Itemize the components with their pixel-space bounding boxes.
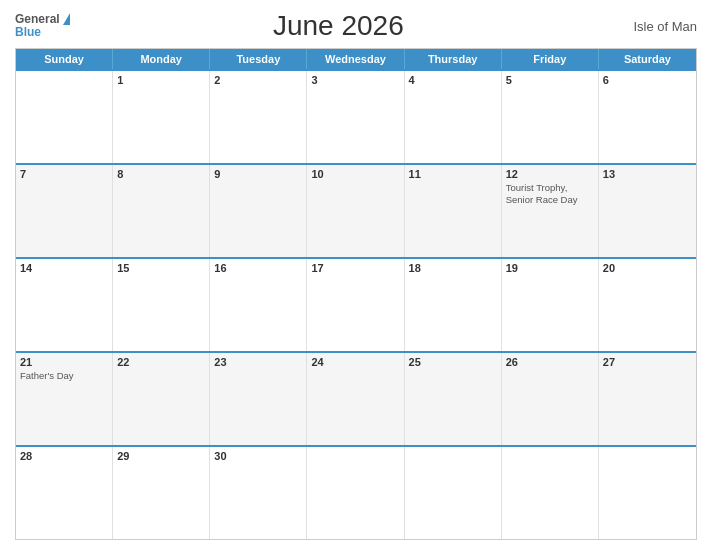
week-row-4: 21Father's Day222324252627 [16,351,696,445]
week-row-5: 282930 [16,445,696,539]
day-number: 3 [311,74,399,86]
month-title: June 2026 [70,10,607,42]
day-cell-w1-d3: 2 [210,71,307,163]
day-cell-w3-d6: 19 [502,259,599,351]
day-cell-w4-d6: 26 [502,353,599,445]
week-row-2: 789101112Tourist Trophy,Senior Race Day1… [16,163,696,257]
header-monday: Monday [113,49,210,69]
day-number: 24 [311,356,399,368]
day-number: 29 [117,450,205,462]
day-cell-w4-d2: 22 [113,353,210,445]
day-number: 30 [214,450,302,462]
day-number: 28 [20,450,108,462]
day-number: 21 [20,356,108,368]
day-event: Tourist Trophy,Senior Race Day [506,182,594,207]
day-number: 22 [117,356,205,368]
day-cell-w4-d1: 21Father's Day [16,353,113,445]
day-number: 16 [214,262,302,274]
day-cell-w5-d5 [405,447,502,539]
logo-blue-text: Blue [15,26,70,39]
day-cell-w1-d2: 1 [113,71,210,163]
day-cell-w5-d7 [599,447,696,539]
day-number: 5 [506,74,594,86]
day-number: 18 [409,262,497,274]
day-number: 10 [311,168,399,180]
day-cell-w2-d2: 8 [113,165,210,257]
week-row-3: 14151617181920 [16,257,696,351]
day-cell-w3-d5: 18 [405,259,502,351]
day-number: 1 [117,74,205,86]
day-cell-w5-d1: 28 [16,447,113,539]
day-cell-w1-d5: 4 [405,71,502,163]
day-cell-w3-d3: 16 [210,259,307,351]
day-cell-w2-d1: 7 [16,165,113,257]
day-number: 8 [117,168,205,180]
day-number: 14 [20,262,108,274]
day-cell-w2-d4: 10 [307,165,404,257]
header-wednesday: Wednesday [307,49,404,69]
day-cell-w4-d3: 23 [210,353,307,445]
calendar-page: General Blue June 2026 Isle of Man Sunda… [0,0,712,550]
day-number: 20 [603,262,692,274]
day-cell-w1-d1 [16,71,113,163]
day-cell-w4-d4: 24 [307,353,404,445]
day-event: Father's Day [20,370,108,382]
day-cell-w2-d6: 12Tourist Trophy,Senior Race Day [502,165,599,257]
day-number: 15 [117,262,205,274]
logo: General Blue [15,13,70,39]
day-cell-w1-d7: 6 [599,71,696,163]
header: General Blue June 2026 Isle of Man [15,10,697,42]
day-number: 12 [506,168,594,180]
day-headers-row: Sunday Monday Tuesday Wednesday Thursday… [16,49,696,69]
day-cell-w5-d2: 29 [113,447,210,539]
day-number: 17 [311,262,399,274]
header-thursday: Thursday [405,49,502,69]
day-number: 19 [506,262,594,274]
day-number: 26 [506,356,594,368]
day-number: 27 [603,356,692,368]
day-cell-w2-d5: 11 [405,165,502,257]
day-number: 2 [214,74,302,86]
day-cell-w5-d6 [502,447,599,539]
day-number: 25 [409,356,497,368]
header-tuesday: Tuesday [210,49,307,69]
header-saturday: Saturday [599,49,696,69]
day-number: 4 [409,74,497,86]
day-cell-w3-d4: 17 [307,259,404,351]
day-number: 6 [603,74,692,86]
day-number: 13 [603,168,692,180]
day-number: 23 [214,356,302,368]
day-number: 7 [20,168,108,180]
header-sunday: Sunday [16,49,113,69]
day-cell-w1-d4: 3 [307,71,404,163]
day-cell-w5-d4 [307,447,404,539]
day-cell-w1-d6: 5 [502,71,599,163]
day-cell-w5-d3: 30 [210,447,307,539]
day-cell-w4-d5: 25 [405,353,502,445]
day-cell-w3-d2: 15 [113,259,210,351]
day-cell-w3-d1: 14 [16,259,113,351]
day-cell-w2-d3: 9 [210,165,307,257]
calendar-grid: Sunday Monday Tuesday Wednesday Thursday… [15,48,697,540]
region-label: Isle of Man [607,19,697,34]
header-friday: Friday [502,49,599,69]
day-number: 11 [409,168,497,180]
day-cell-w4-d7: 27 [599,353,696,445]
weeks-container: 123456789101112Tourist Trophy,Senior Rac… [16,69,696,539]
day-number: 9 [214,168,302,180]
week-row-1: 123456 [16,69,696,163]
day-cell-w3-d7: 20 [599,259,696,351]
day-cell-w2-d7: 13 [599,165,696,257]
